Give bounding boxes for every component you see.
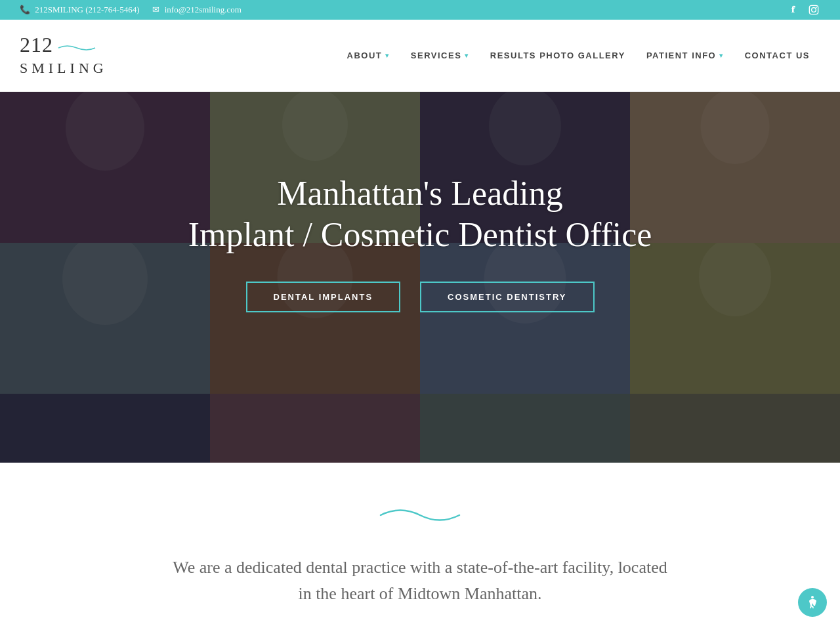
nav-item-gallery[interactable]: RESULTS PHOTO GALLERY <box>480 44 636 67</box>
below-hero-section: We are a dedicated dental practice with … <box>0 463 840 630</box>
svg-point-3 <box>811 596 814 598</box>
dental-implants-button[interactable]: DENTAL IMPLANTS <box>246 282 401 312</box>
navbar: 212 SMILING ABOUT ▾ SERVICES ▾ RESULTS P… <box>0 20 840 92</box>
svg-point-1 <box>812 8 816 12</box>
nav-gallery-label: RESULTS PHOTO GALLERY <box>490 51 625 60</box>
logo-wave-svg <box>57 43 96 52</box>
chevron-down-icon: ▾ <box>465 52 469 59</box>
chevron-down-icon: ▾ <box>385 52 390 59</box>
phone-icon: 📞 <box>20 5 30 14</box>
topbar: 📞 212SMILING (212-764-5464) ✉ info@212sm… <box>0 0 840 20</box>
accessibility-button[interactable] <box>798 588 827 617</box>
nav-patient-info-label: PATIENT INFO <box>646 51 716 60</box>
nav-about-label: ABOUT <box>347 51 383 60</box>
nav-services-label: SERVICES <box>411 51 462 60</box>
instagram-icon[interactable] <box>807 3 820 16</box>
hero-title-line2: Implant / Cosmetic Dentist Office <box>188 215 652 255</box>
nav-links: ABOUT ▾ SERVICES ▾ RESULTS PHOTO GALLERY… <box>337 44 820 67</box>
chevron-down-icon: ▾ <box>719 52 724 59</box>
nav-item-patient-info[interactable]: PATIENT INFO ▾ <box>636 44 734 67</box>
divider-wave <box>374 502 466 522</box>
topbar-contact-info: 📞 212SMILING (212-764-5464) ✉ info@212sm… <box>20 5 242 15</box>
social-links: 𝐟 <box>786 3 820 16</box>
hero-section: Manhattan's Leading Implant / Cosmetic D… <box>0 92 840 463</box>
email-info: ✉ info@212smiling.com <box>152 5 241 15</box>
facebook-icon[interactable]: 𝐟 <box>786 3 799 16</box>
nav-item-contact[interactable]: CONTACT US <box>734 44 820 67</box>
phone-info: 📞 212SMILING (212-764-5464) <box>20 5 139 15</box>
nav-item-services[interactable]: SERVICES ▾ <box>400 44 480 67</box>
phone-number: 212SMILING (212-764-5464) <box>35 5 139 14</box>
nav-item-about[interactable]: ABOUT ▾ <box>337 44 400 67</box>
svg-point-2 <box>816 7 817 8</box>
tagline-text: We are a dedicated dental practice with … <box>171 555 669 608</box>
logo[interactable]: 212 SMILING <box>20 34 108 77</box>
logo-smiling: SMILING <box>20 60 108 77</box>
hero-content: Manhattan's Leading Implant / Cosmetic D… <box>0 92 840 394</box>
logo-numbers: 212 <box>20 34 53 55</box>
svg-rect-0 <box>809 5 818 14</box>
email-icon: ✉ <box>152 5 159 14</box>
hero-title-line1: Manhattan's Leading <box>188 173 652 214</box>
hero-buttons: DENTAL IMPLANTS COSMETIC DENTISTRY <box>246 282 595 312</box>
cosmetic-dentistry-button[interactable]: COSMETIC DENTISTRY <box>420 282 594 312</box>
hero-title: Manhattan's Leading Implant / Cosmetic D… <box>188 173 652 255</box>
accessibility-icon <box>805 595 820 610</box>
nav-contact-label: CONTACT US <box>745 51 810 60</box>
email-address: info@212smiling.com <box>165 5 242 14</box>
